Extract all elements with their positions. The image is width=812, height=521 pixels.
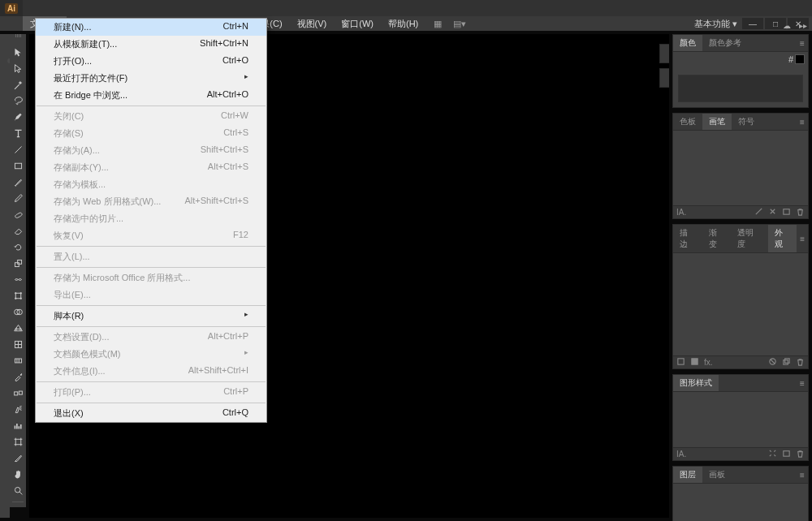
width-tool[interactable] [11, 273, 24, 286]
file-menu-item-26: 打印(P)...Ctrl+P [36, 384, 266, 401]
csreview-icon[interactable]: ☁ [783, 21, 791, 30]
color-spectrum[interactable] [678, 75, 803, 102]
menu-item-shortcut: Alt+Ctrl+S [208, 161, 248, 174]
panel-menu-icon[interactable]: ≡ [797, 35, 808, 51]
panel-menu-icon[interactable]: ≡ [797, 467, 808, 483]
eraser-tool[interactable] [11, 224, 24, 237]
menu-item-shortcut: Alt+Ctrl+P [208, 331, 248, 343]
delete-brush-icon[interactable] [796, 207, 805, 217]
menu-view[interactable]: 视图(V) [290, 16, 335, 32]
tab-color-guide[interactable]: 颜色参考 [702, 35, 748, 51]
tab-artboards[interactable]: 画板 [702, 467, 732, 483]
panel-collapse-tab-2[interactable] [659, 68, 669, 88]
menu-window[interactable]: 窗口(W) [334, 16, 381, 32]
tab-color[interactable]: 颜色 [673, 35, 702, 51]
tab-layers[interactable]: 图层 [673, 467, 702, 483]
line-tool[interactable] [11, 143, 24, 156]
title-bar: Ai [0, 0, 812, 16]
add-fill-icon[interactable] [690, 357, 699, 368]
rotate-tool[interactable] [11, 240, 24, 253]
svg-rect-21 [785, 359, 790, 364]
tab-graphic-styles[interactable]: 图形样式 [673, 375, 719, 391]
pen-tool[interactable] [11, 110, 24, 123]
duplicate-icon[interactable] [782, 357, 791, 368]
blend-tool[interactable] [11, 386, 24, 399]
menu-item-label: 打印(P)... [54, 386, 91, 398]
zoom-tool[interactable] [11, 484, 24, 497]
file-menu-item-0[interactable]: 新建(N)...Ctrl+N [36, 19, 266, 36]
tab-swatches[interactable]: 色板 [673, 114, 702, 130]
new-style-icon[interactable] [782, 449, 791, 459]
brushes-lib-label: IA. [676, 208, 686, 217]
file-menu-item-28[interactable]: 退出(X)Ctrl+Q [36, 405, 266, 422]
break-link-icon[interactable] [768, 449, 777, 459]
color-swatch-current[interactable] [795, 54, 805, 64]
workspace-switcher[interactable]: 基本功能 ▾ [694, 18, 737, 30]
tab-symbols[interactable]: 符号 [732, 114, 761, 130]
brush-options-icon[interactable] [754, 207, 763, 217]
menu-item-shortcut: Ctrl+N [223, 21, 248, 33]
tab-transparency[interactable]: 透明度 [731, 225, 767, 252]
file-menu-item-3[interactable]: 最近打开的文件(F) [36, 70, 266, 87]
eyedropper-tool[interactable] [11, 370, 24, 383]
column-graph-tool[interactable] [11, 419, 24, 432]
artboard-tool[interactable] [11, 435, 24, 448]
panel-menu-icon[interactable]: ≡ [797, 375, 808, 391]
menu-separator [37, 326, 266, 327]
shape-builder-tool[interactable] [11, 305, 24, 318]
panel-menu-icon[interactable]: ≡ [797, 225, 808, 252]
slice-tool[interactable] [11, 451, 24, 464]
type-tool[interactable] [11, 127, 24, 140]
svg-rect-13 [19, 391, 22, 394]
gradient-tool[interactable] [11, 354, 24, 367]
remove-brush-icon[interactable] [768, 207, 777, 217]
add-stroke-icon[interactable] [676, 357, 685, 368]
tab-brushes[interactable]: 画笔 [702, 114, 732, 130]
rectangle-tool[interactable] [11, 159, 24, 172]
minimize-button[interactable]: — [742, 18, 763, 29]
layout-dropdown-icon[interactable]: ▤▾ [453, 19, 466, 29]
hand-tool[interactable] [11, 467, 24, 480]
collapse-panels-icon[interactable]: ▸▸ [799, 21, 807, 30]
lasso-tool[interactable] [11, 94, 24, 107]
free-transform-tool[interactable] [11, 289, 24, 302]
graphic-styles-footer: IA. [673, 447, 808, 460]
menu-item-shortcut: Alt+Shift+Ctrl+I [188, 365, 248, 377]
layout-icon[interactable]: ▦ [434, 19, 442, 29]
mesh-tool[interactable] [11, 338, 24, 351]
menu-item-shortcut: Ctrl+W [221, 110, 248, 123]
direct-selection-tool[interactable] [11, 62, 24, 75]
svg-rect-16 [784, 209, 789, 214]
delete-style-icon[interactable] [796, 449, 805, 459]
scale-tool[interactable] [11, 256, 24, 269]
appearance-footer: fx. [673, 355, 808, 368]
delete-appearance-icon[interactable] [796, 357, 805, 368]
menu-item-label: 存储为 Web 所用格式(W)... [54, 196, 161, 208]
file-menu-item-1[interactable]: 从模板新建(T)...Shift+Ctrl+N [36, 36, 266, 53]
add-effect-label[interactable]: fx. [704, 358, 713, 367]
svg-rect-2 [17, 260, 21, 264]
symbol-sprayer-tool[interactable] [11, 403, 24, 416]
svg-rect-3 [15, 293, 21, 299]
menu-item-label: 存储(S) [54, 127, 84, 140]
tab-gradient[interactable]: 渐变 [702, 225, 732, 252]
perspective-grid-tool[interactable] [11, 321, 24, 334]
selection-tool[interactable] [11, 45, 24, 58]
new-brush-icon[interactable] [782, 207, 791, 217]
paintbrush-tool[interactable] [11, 175, 24, 188]
menu-help[interactable]: 帮助(H) [381, 16, 425, 32]
tab-appearance[interactable]: 外观 [768, 225, 797, 252]
magic-wand-tool[interactable] [11, 78, 24, 91]
panel-menu-icon[interactable]: ≡ [797, 114, 808, 130]
blob-brush-tool[interactable] [11, 208, 24, 221]
menu-separator [37, 267, 266, 268]
pencil-tool[interactable] [11, 192, 24, 205]
panel-collapse-tab-1[interactable] [659, 44, 669, 63]
tab-stroke[interactable]: 描边 [673, 225, 702, 252]
file-menu-item-20[interactable]: 脚本(R) [36, 308, 266, 325]
toolbox [10, 34, 26, 507]
clear-appearance-icon[interactable] [768, 357, 777, 368]
menu-item-label: 打开(O)... [54, 55, 92, 67]
file-menu-item-4[interactable]: 在 Bridge 中浏览...Alt+Ctrl+O [36, 87, 266, 104]
file-menu-item-2[interactable]: 打开(O)...Ctrl+O [36, 53, 266, 70]
